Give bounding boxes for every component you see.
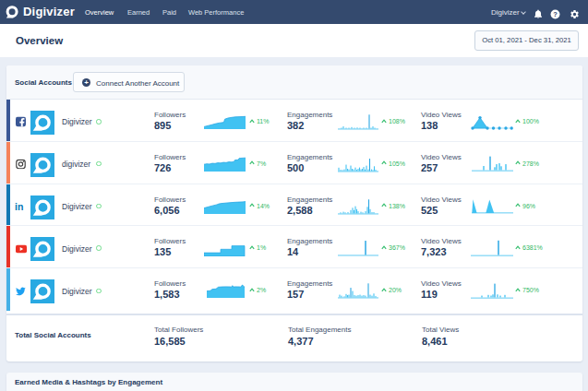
svg-text:in: in — [15, 201, 23, 212]
svg-text:?: ? — [553, 10, 558, 18]
